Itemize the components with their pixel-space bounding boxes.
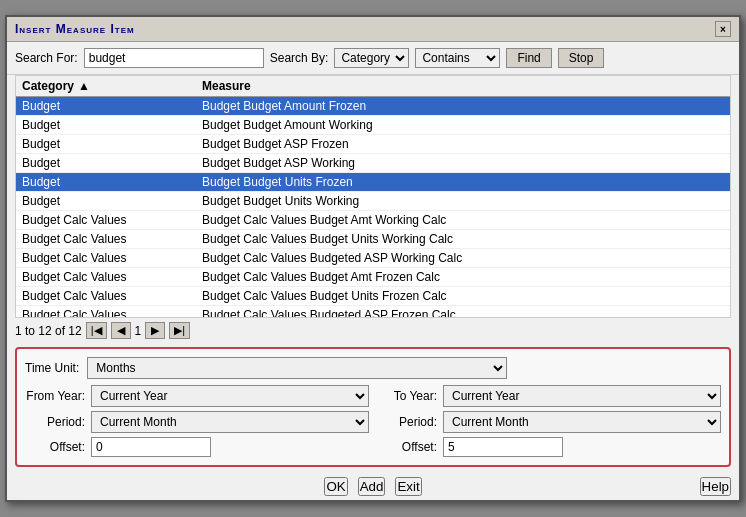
- search-by-select[interactable]: Category Measure: [334, 48, 409, 68]
- row-category: Budget Calc Values: [22, 289, 202, 303]
- table-body: BudgetBudget Budget Amount FrozenBudgetB…: [16, 97, 730, 317]
- search-for-input[interactable]: [84, 48, 264, 68]
- from-period-select[interactable]: Current Month Prior Month Next Month: [91, 411, 369, 433]
- row-category: Budget: [22, 118, 202, 132]
- to-column: To Year: Current Year Prior Year Next Ye…: [377, 385, 721, 457]
- table-row[interactable]: Budget Calc ValuesBudget Calc Values Bud…: [16, 249, 730, 268]
- row-measure: Budget Calc Values Budget Units Working …: [202, 232, 724, 246]
- from-offset-label: Offset:: [25, 440, 85, 454]
- table-row[interactable]: BudgetBudget Budget ASP Working: [16, 154, 730, 173]
- to-offset-input[interactable]: [443, 437, 563, 457]
- from-offset-row: Offset:: [25, 437, 369, 457]
- time-unit-select[interactable]: Months Quarters Years: [87, 357, 507, 379]
- to-offset-label: Offset:: [377, 440, 437, 454]
- row-category: Budget: [22, 194, 202, 208]
- row-measure: Budget Calc Values Budget Units Frozen C…: [202, 289, 724, 303]
- row-category: Budget: [22, 137, 202, 151]
- to-year-row: To Year: Current Year Prior Year Next Ye…: [377, 385, 721, 407]
- pagination-last[interactable]: ▶|: [169, 322, 190, 339]
- row-measure: Budget Budget Amount Working: [202, 118, 724, 132]
- row-category: Budget: [22, 156, 202, 170]
- center-buttons: OK Add Exit: [324, 477, 421, 496]
- from-year-label: From Year:: [25, 389, 85, 403]
- row-measure: Budget Calc Values Budgeted ASP Frozen C…: [202, 308, 724, 317]
- row-category: Budget Calc Values: [22, 308, 202, 317]
- search-bar: Search For: Search By: Category Measure …: [7, 42, 739, 75]
- table-row[interactable]: BudgetBudget Budget Units Working: [16, 192, 730, 211]
- pagination-page: 1: [135, 324, 142, 338]
- close-button[interactable]: ×: [715, 21, 731, 37]
- to-period-label: Period:: [377, 415, 437, 429]
- to-period-select[interactable]: Current Month Prior Month Next Month: [443, 411, 721, 433]
- row-measure: Budget Calc Values Budgeted ASP Working …: [202, 251, 724, 265]
- pagination: 1 to 12 of 12 |◀ ◀ 1 ▶ ▶|: [7, 318, 739, 343]
- pagination-first[interactable]: |◀: [86, 322, 107, 339]
- time-unit-label: Time Unit:: [25, 361, 79, 375]
- row-category: Budget Calc Values: [22, 213, 202, 227]
- to-year-label: To Year:: [377, 389, 437, 403]
- dialog: Insert Measure Item × Search For: Search…: [5, 15, 741, 502]
- from-period-label: Period:: [25, 415, 85, 429]
- exit-button[interactable]: Exit: [395, 477, 421, 496]
- from-period-row: Period: Current Month Prior Month Next M…: [25, 411, 369, 433]
- help-button[interactable]: Help: [700, 477, 731, 496]
- table-area: Category ▲ Measure BudgetBudget Budget A…: [15, 75, 731, 318]
- table-row[interactable]: BudgetBudget Budget Amount Frozen: [16, 97, 730, 116]
- contains-select[interactable]: Contains Starts With Ends With: [415, 48, 500, 68]
- add-button[interactable]: Add: [358, 477, 386, 496]
- table-row[interactable]: BudgetBudget Budget Units Frozen: [16, 173, 730, 192]
- table-header: Category ▲ Measure: [16, 76, 730, 97]
- table-row[interactable]: BudgetBudget Budget ASP Frozen: [16, 135, 730, 154]
- row-category: Budget: [22, 99, 202, 113]
- from-to-area: From Year: Current Year Prior Year Next …: [25, 385, 721, 457]
- row-measure: Budget Budget ASP Working: [202, 156, 724, 170]
- pagination-info: 1 to 12 of 12: [15, 324, 82, 338]
- bottom-panel: Time Unit: Months Quarters Years From Ye…: [15, 347, 731, 467]
- row-measure: Budget Budget Units Working: [202, 194, 724, 208]
- search-by-label: Search By:: [270, 51, 329, 65]
- time-unit-row: Time Unit: Months Quarters Years: [25, 357, 721, 379]
- sort-arrow-icon: ▲: [78, 79, 90, 93]
- row-measure: Budget Calc Values Budget Amt Working Ca…: [202, 213, 724, 227]
- row-category: Budget Calc Values: [22, 251, 202, 265]
- table-row[interactable]: Budget Calc ValuesBudget Calc Values Bud…: [16, 306, 730, 317]
- table-row[interactable]: Budget Calc ValuesBudget Calc Values Bud…: [16, 230, 730, 249]
- stop-button[interactable]: Stop: [558, 48, 605, 68]
- table-row[interactable]: Budget Calc ValuesBudget Calc Values Bud…: [16, 268, 730, 287]
- table-row[interactable]: Budget Calc ValuesBudget Calc Values Bud…: [16, 287, 730, 306]
- row-category: Budget Calc Values: [22, 270, 202, 284]
- ok-button[interactable]: OK: [324, 477, 347, 496]
- from-year-row: From Year: Current Year Prior Year Next …: [25, 385, 369, 407]
- search-for-label: Search For:: [15, 51, 78, 65]
- row-category: Budget Calc Values: [22, 232, 202, 246]
- from-offset-input[interactable]: [91, 437, 211, 457]
- row-measure: Budget Calc Values Budget Amt Frozen Cal…: [202, 270, 724, 284]
- title-bar: Insert Measure Item ×: [7, 17, 739, 42]
- find-button[interactable]: Find: [506, 48, 551, 68]
- table-row[interactable]: BudgetBudget Budget Amount Working: [16, 116, 730, 135]
- row-category: Budget: [22, 175, 202, 189]
- category-column-header: Category ▲: [22, 79, 202, 93]
- action-buttons: OK Add Exit Help: [7, 471, 739, 500]
- pagination-next[interactable]: ▶: [145, 322, 165, 339]
- table-row[interactable]: Budget Calc ValuesBudget Calc Values Bud…: [16, 211, 730, 230]
- row-measure: Budget Budget Units Frozen: [202, 175, 724, 189]
- from-column: From Year: Current Year Prior Year Next …: [25, 385, 369, 457]
- row-measure: Budget Budget ASP Frozen: [202, 137, 724, 151]
- pagination-prev[interactable]: ◀: [111, 322, 131, 339]
- measure-column-header: Measure: [202, 79, 724, 93]
- to-period-row: Period: Current Month Prior Month Next M…: [377, 411, 721, 433]
- from-year-select[interactable]: Current Year Prior Year Next Year: [91, 385, 369, 407]
- dialog-title: Insert Measure Item: [15, 22, 135, 36]
- row-measure: Budget Budget Amount Frozen: [202, 99, 724, 113]
- to-offset-row: Offset:: [377, 437, 721, 457]
- to-year-select[interactable]: Current Year Prior Year Next Year: [443, 385, 721, 407]
